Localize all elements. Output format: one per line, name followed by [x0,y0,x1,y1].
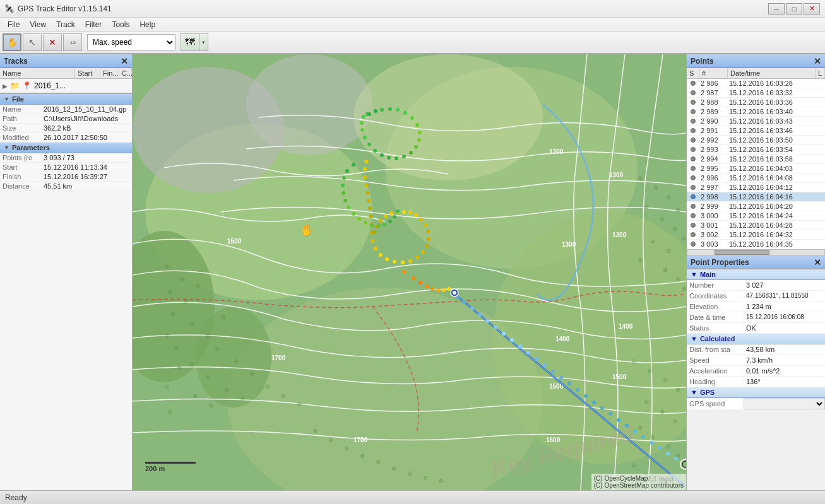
points-label: Points (re [3,154,44,161]
main-section-header[interactable]: ▼ Main [687,269,825,280]
mode-select[interactable]: Max. speed Speed Elevation Heart rate Ca… [87,34,175,50]
point-row[interactable]: 3 002 15.12.2016 16:04:32 [687,230,825,240]
point-row[interactable]: 2 991 15.12.2016 16:03:46 [687,126,825,136]
svg-point-101 [387,156,391,160]
menu-bar: File View Track Filter Tools Help [0,18,825,32]
point-row[interactable]: 2 990 15.12.2016 16:03:43 [687,117,825,126]
minimize-button[interactable]: ─ [768,3,785,15]
svg-point-190 [625,424,629,428]
svg-point-170 [462,300,466,304]
svg-point-121 [374,247,377,250]
file-section-header[interactable]: ▼ File [0,94,132,105]
svg-text:1300: 1300 [612,231,627,238]
svg-point-148 [436,288,440,292]
point-row[interactable]: 2 992 15.12.2016 16:03:50 [687,136,825,145]
split-tool-button[interactable]: ⇔ [63,33,82,51]
gps-section-header[interactable]: ▼ GPS [687,387,825,398]
params-section-header[interactable]: ▼ Parameters [0,143,132,153]
calc-section-header[interactable]: ▼ Calculated [687,334,825,344]
svg-text:⊕: ⊕ [312,427,318,434]
point-row[interactable]: 2 995 15.12.2016 16:04:03 [687,164,825,173]
menu-filter[interactable]: Filter [80,19,107,30]
svg-point-114 [365,191,369,195]
menu-help[interactable]: Help [134,19,160,30]
track-item[interactable]: ▶ 📁 📍 2016_1... [3,80,129,91]
point-row[interactable]: 2 999 15.12.2016 16:04:20 [687,202,825,211]
point-row[interactable]: 3 003 15.12.2016 16:04:35 [687,240,825,249]
point-row[interactable]: 2 987 15.12.2016 16:03:32 [687,88,825,98]
finish-label: Finish [3,173,44,180]
point-row[interactable]: 3 001 15.12.2016 16:04:28 [687,221,825,230]
track-expand-icon[interactable]: ▶ [3,83,8,90]
gps-section-content: GPS speed [687,398,825,410]
prop-elevation-row: Elevation 1 234 m [687,302,825,312]
point-row[interactable]: 2 996 15.12.2016 16:04:08 [687,173,825,183]
point-row[interactable]: 2 986 15.12.2016 16:03:28 [687,79,825,88]
menu-tools[interactable]: Tools [107,19,134,30]
svg-point-126 [408,259,412,263]
svg-text:⊕: ⊕ [675,276,680,283]
point-row[interactable]: 3 000 15.12.2016 16:04:24 [687,211,825,221]
svg-point-172 [478,313,482,317]
svg-text:⊕: ⊕ [376,459,381,466]
svg-point-135 [408,211,412,214]
map-area[interactable]: 1300 1300 1300 1300 1400 1400 1500 1500 … [133,54,686,490]
svg-point-112 [363,175,367,179]
pan-tool-button[interactable]: ✋ [3,33,21,51]
svg-point-140 [379,219,383,223]
point-row[interactable]: 2 998 15.12.2016 16:04:16 [687,192,825,202]
props-close-button[interactable]: ✕ [814,257,821,267]
svg-point-183 [567,382,571,385]
svg-point-156 [343,199,347,202]
svg-point-128 [421,250,425,254]
svg-text:⊕: ⊕ [183,298,188,305]
title-controls[interactable]: ─ □ ✕ [768,3,820,15]
menu-file[interactable]: File [3,19,25,30]
point-row[interactable]: 2 988 15.12.2016 16:03:36 [687,98,825,107]
gps-speed-select[interactable] [744,398,825,409]
point-row[interactable]: 2 989 15.12.2016 16:03:40 [687,107,825,117]
copyright-cycle: (C) OpenCycleMap [594,475,684,482]
menu-track[interactable]: Track [51,19,80,30]
svg-point-89 [380,108,384,112]
svg-point-115 [367,199,371,202]
svg-point-188 [608,412,612,416]
svg-text:⊕: ⊕ [164,263,169,270]
point-row[interactable]: 2 997 15.12.2016 16:04:12 [687,183,825,192]
tracks-content: ▶ 📁 📍 2016_1... [0,79,132,93]
map-type-button[interactable]: 🗺 [181,33,199,51]
svg-point-106 [360,128,364,132]
svg-point-149 [442,288,446,292]
svg-point-131 [426,230,430,233]
svg-point-165 [393,215,396,219]
scrollbar-thumb[interactable] [715,250,769,255]
gps-expand-icon: ▼ [691,389,697,396]
select-tool-button[interactable]: ↖ [23,33,42,51]
svg-text:⊕: ⊕ [189,320,194,327]
svg-text:⊕: ⊕ [663,266,668,273]
tracks-close-button[interactable]: ✕ [121,56,128,66]
svg-point-99 [402,155,406,158]
svg-point-192 [641,435,645,439]
svg-text:⊕: ⊕ [666,443,671,450]
point-row[interactable]: 2 994 15.12.2016 16:03:58 [687,155,825,164]
points-scrollbar[interactable] [687,249,825,255]
file-name-row: Name 2016_12_15_10_11_04.gp [0,105,132,114]
col-fin: Fin... [100,68,119,78]
point-row[interactable]: 2 993 15.12.2016 16:03:54 [687,145,825,155]
delete-tool-button[interactable]: ✕ [43,33,62,51]
track-folder-icon: 📁 [10,81,20,90]
close-button[interactable]: ✕ [804,3,820,15]
status-text: Ready [5,493,27,502]
svg-text:⊕: ⊕ [205,373,210,380]
map-type-arrow[interactable]: ▾ [199,33,208,51]
map-type-dropdown[interactable]: 🗺 ▾ [181,33,208,51]
points-close-button[interactable]: ✕ [814,56,821,66]
svg-text:⊕: ⊕ [344,445,349,452]
maximize-button[interactable]: □ [786,3,802,15]
file-modified-label: Modified [3,134,44,141]
points-list[interactable]: 2 986 15.12.2016 16:03:28 2 987 15.12.20… [687,79,825,249]
svg-text:⊕: ⊕ [439,478,444,484]
menu-view[interactable]: View [25,19,51,30]
svg-text:⊕: ⊕ [682,235,686,242]
